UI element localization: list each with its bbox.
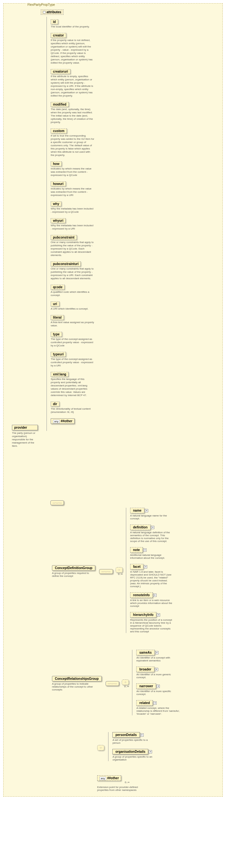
provider-element: provider The party (person or organisati…	[12, 425, 38, 448]
attribute-desc: One or many constraints that apply to pu…	[51, 241, 94, 257]
choice-node: ·↕·	[97, 745, 104, 750]
attribute-name: why	[51, 202, 61, 206]
child-element: narrower	[136, 683, 156, 689]
attribute-row: howIndicates by which means the value wa…	[51, 161, 94, 177]
expand-icon[interactable]: +	[155, 668, 158, 671]
attribute-row: howuriIndicates by which means the value…	[51, 181, 94, 197]
child-desc: An identifier of a more generic concept.	[136, 673, 180, 679]
choice-node: ·↕·	[122, 680, 129, 685]
child-desc: A natural language name for the concept.	[130, 514, 174, 520]
sequence-node: —·—·—	[105, 681, 119, 686]
attribute-name: type	[51, 332, 62, 337]
occurrence: 0..∞	[122, 685, 129, 688]
child-row: definition+A natural language definition…	[130, 525, 174, 542]
attribute-name: modified	[51, 102, 69, 107]
child-element: facet	[130, 564, 143, 569]
child-row: organisationDetails+A group of propertie…	[112, 749, 156, 761]
group-label: ConceptDefinitionGroup	[52, 565, 95, 571]
expand-icon[interactable]: +	[157, 613, 160, 617]
child-row: related+A related concept, where the rel…	[136, 700, 180, 715]
child-element: hierarchyInfo	[130, 612, 156, 618]
attribute-row: whyWhy the metadata has been included - …	[51, 202, 94, 214]
child-row: narrower+An identifier of a more specifi…	[136, 683, 180, 695]
attribute-name: whyuri	[51, 218, 66, 223]
child-desc: Represents the position of a concept in …	[130, 618, 174, 633]
expand-icon[interactable]: +	[140, 734, 144, 737]
child-desc: A set of properties specific to a person	[112, 739, 156, 744]
attribute-desc: One or many constraints that apply to pu…	[51, 267, 94, 280]
attribute-name: creator	[51, 33, 66, 38]
group-desc: A group of properties required to define…	[52, 572, 94, 578]
attribute-row: idThe local identifier of the property.	[51, 19, 94, 28]
concept-relationships-group: ConceptRelationshipsGroup A group of pro…	[52, 676, 102, 691]
child-desc: An identifier of a concept with equivale…	[136, 656, 180, 662]
expand-icon[interactable]: +	[157, 685, 160, 688]
attribute-desc: A URI which identifies a concept.	[51, 307, 94, 311]
attribute-row: whyuriWhy the metadata has been included…	[51, 218, 94, 230]
child-row: note+Additional natural language informa…	[130, 547, 174, 559]
attribute-row: pubconstraintOne or many constraints tha…	[51, 235, 94, 257]
attribute-name: custom	[51, 128, 67, 133]
attribute-row: typeuriThe type of the concept assigned …	[51, 352, 94, 367]
attribute-row: literalA free-text value assigned as pro…	[51, 315, 94, 327]
child-desc: A related concept, where the relationshi…	[136, 707, 180, 715]
expand-icon[interactable]: +	[143, 549, 147, 552]
child-desc: An identifier of a more specific concept…	[136, 690, 180, 695]
attribute-name: dir	[51, 402, 59, 406]
expand-icon[interactable]: +	[153, 702, 157, 705]
attribute-any: any##other	[51, 418, 94, 424]
attribute-desc: The directionality of textual content (e…	[51, 407, 94, 414]
child-element: personDetails	[112, 732, 139, 738]
child-element: note	[130, 547, 143, 553]
attributes-header: attributes	[41, 9, 64, 15]
child-desc: In NAR 1.8 and later, facet is deprecate…	[130, 570, 174, 588]
group-label: ConceptRelationshipsGroup	[52, 676, 102, 681]
attribute-row: qcodeA qualified code which identifies a…	[51, 285, 94, 297]
attribute-row: creatoruriIf the attribute is empty, spe…	[51, 69, 94, 97]
child-element: related	[136, 700, 153, 706]
attribute-desc: If the property value is not defined, sp…	[51, 39, 94, 65]
type-label: FlexPartyPropType	[26, 3, 56, 6]
attribute-name: xml:lang	[51, 372, 68, 377]
occurrence: 0..∞	[116, 572, 123, 576]
expand-icon[interactable]: +	[145, 509, 148, 512]
child-element: broader	[136, 666, 154, 672]
child-row: name+A natural language name for the con…	[130, 508, 174, 520]
child-desc: A group of properties specific to an org…	[112, 755, 156, 761]
expand-icon[interactable]: +	[149, 750, 152, 753]
attribute-row: creatorIf the property value is not defi…	[51, 33, 94, 65]
attributes-block: attributes idThe local identifier of the…	[41, 9, 97, 431]
attribute-name: typeuri	[51, 352, 66, 357]
attribute-name: literal	[51, 315, 64, 320]
expand-icon	[43, 11, 45, 13]
expand-icon[interactable]: +	[151, 526, 154, 529]
attribute-name: howuri	[51, 181, 66, 186]
any-label: any	[99, 777, 106, 780]
child-element: remoteInfo	[130, 592, 153, 598]
attribute-row: customIf set to true the corresponding p…	[51, 128, 94, 157]
attribute-name: pubconstraint	[51, 235, 77, 240]
provider-name: provider	[12, 425, 38, 430]
child-row: personDetails+A set of properties specif…	[112, 732, 156, 744]
expand-icon[interactable]: +	[144, 565, 147, 568]
child-element: sameAs	[136, 650, 154, 655]
attribute-name: creatoruri	[51, 69, 70, 74]
provider-desc: The party (person or organisation) respo…	[12, 432, 37, 448]
expand-icon[interactable]: +	[153, 594, 157, 597]
attribute-desc: The type of the concept assigned as cont…	[51, 358, 94, 367]
sequence-node: —·—·—	[51, 500, 64, 505]
attribute-desc: The local identifier of the property.	[51, 25, 94, 28]
attribute-row: uriA URI which identifies a concept.	[51, 302, 94, 311]
attribute-row: pubconstrainturiOne or many constraints …	[51, 261, 94, 280]
extension-desc: Extension point for provider-defined pro…	[97, 786, 139, 792]
child-desc: A link to an item or a web resource whic…	[130, 599, 174, 608]
child-desc: Additional natural language information …	[130, 554, 174, 559]
attribute-desc: Why the metadata has been included - exp…	[51, 224, 94, 230]
choice-node: ·↕·	[116, 567, 123, 572]
attribute-desc: A qualified code which identifies a conc…	[51, 290, 94, 297]
child-element: definition	[130, 525, 151, 530]
attribute-desc: A free-text value assigned as property v…	[51, 321, 94, 327]
child-desc: A natural language definition of the sem…	[130, 531, 174, 542]
attribute-desc: Why the metadata has been included - exp…	[51, 207, 94, 214]
expand-icon[interactable]: +	[155, 651, 159, 654]
